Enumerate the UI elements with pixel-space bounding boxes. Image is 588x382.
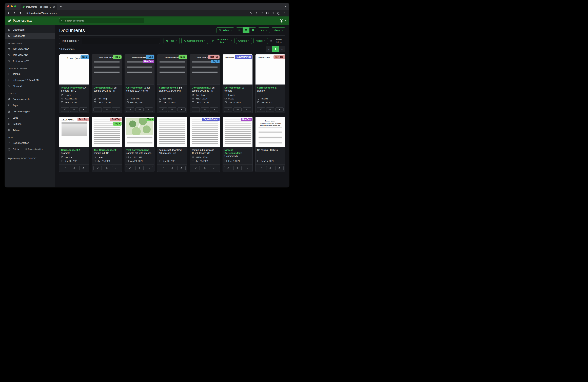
sidebar-item-document-types[interactable]: Document types	[5, 108, 55, 115]
edit-button[interactable]	[192, 107, 200, 112]
correspondent-link[interactable]: Correspondent 2	[94, 86, 112, 89]
side-panel-icon[interactable]	[272, 12, 274, 15]
document-thumbnail[interactable]: A Simple PDF File TagWithPartial	[223, 54, 252, 85]
view-button[interactable]	[135, 107, 144, 112]
view-button[interactable]	[201, 166, 209, 170]
bookmark-star-icon[interactable]	[255, 12, 258, 15]
correspondent-link[interactable]: Correspondent 2	[61, 149, 80, 151]
detail-view-button[interactable]	[250, 27, 256, 33]
browser-tab[interactable]: Documents - Paperless-ngx	[21, 4, 57, 10]
document-card[interactable]: Adobe Acrobat PDF Files Tag 2NewOne Corr…	[125, 54, 154, 113]
sidebar-item-correspondents[interactable]: Correspondents	[5, 96, 55, 102]
correspondent-link[interactable]: Correspondent 2	[257, 86, 276, 89]
edit-button[interactable]	[192, 166, 200, 170]
download-button[interactable]	[210, 107, 218, 112]
sidebar-item-documents[interactable]: Documents	[5, 33, 55, 39]
reset-filters-button[interactable]: Reset filters	[270, 38, 285, 43]
document-thumbnail[interactable]: Lorem Ipsum Tag 2	[59, 54, 89, 85]
document-thumbnail[interactable]	[157, 117, 187, 147]
document-card[interactable]: Tag 3 Test Correspondent: sample-pdf-wit…	[125, 117, 154, 172]
tag-badge-tag-3[interactable]: Tag 3	[113, 55, 122, 59]
minimize-window-button[interactable]	[11, 5, 13, 7]
correspondent-link[interactable]: Newest Correspondent	[224, 149, 241, 154]
edit-button[interactable]	[93, 166, 102, 170]
sidebar-item-pdf-sample-10-24-48-pm[interactable]: pdf-sample 10.24.48 PM	[5, 77, 55, 83]
document-thumbnail[interactable]: A Simple PDF File Test Tag	[255, 54, 285, 85]
edit-button[interactable]	[159, 166, 167, 170]
document-card[interactable]: A Simple PDF File Test Tag Correspondent…	[59, 117, 89, 172]
views-button[interactable]: Views	[272, 27, 285, 33]
tag-badge-newone[interactable]: NewOne	[143, 60, 154, 63]
edit-button[interactable]	[159, 107, 167, 112]
document-thumbnail[interactable]: Lorem ipsumLorem ipsum dolor sit amet, c…	[255, 117, 285, 147]
grid-view-button[interactable]	[243, 27, 250, 33]
download-button[interactable]	[275, 166, 284, 170]
document-thumbnail[interactable]: Adobe Acrobat PDF Files Test TagTag 2	[190, 54, 220, 85]
download-button[interactable]	[243, 166, 251, 170]
download-button[interactable]	[145, 166, 153, 170]
sidebar-item-tags[interactable]: Tags	[5, 102, 55, 108]
correspondent-link[interactable]: Correspondent 2	[224, 86, 243, 89]
download-button[interactable]	[112, 166, 120, 170]
document-thumbnail[interactable]: Adobe Acrobat PDF Files Tag 3	[157, 54, 187, 85]
correspondent-link[interactable]: Correspondent 2	[126, 86, 145, 89]
user-menu[interactable]	[279, 19, 286, 23]
view-button[interactable]	[233, 107, 242, 112]
download-button[interactable]	[79, 107, 87, 112]
view-button[interactable]	[233, 166, 242, 170]
download-button[interactable]	[79, 166, 87, 170]
document-card[interactable]: Adobe Acrobat PDF Files Tag 3 Correspond…	[157, 54, 187, 113]
sidebar-item-close-all[interactable]: Close all	[5, 83, 55, 89]
document-card[interactable]: A Simple PDF File TagWithPartial Corresp…	[223, 54, 252, 113]
download-button[interactable]	[210, 166, 218, 170]
document-card[interactable]: NewOne Newest Correspondent: f_combineds…	[223, 117, 252, 172]
download-button[interactable]	[275, 107, 284, 112]
document-thumbnail[interactable]: Test TagTag 3	[92, 117, 122, 147]
search-input[interactable]	[65, 20, 142, 22]
select-button[interactable]: Select	[216, 27, 234, 33]
tag-badge-tag-3[interactable]: Tag 3	[113, 122, 122, 125]
sidebar-item-documentation[interactable]: Documentation	[5, 140, 55, 146]
view-button[interactable]	[135, 166, 144, 170]
view-button[interactable]	[266, 107, 274, 112]
global-search[interactable]	[59, 18, 144, 23]
sidebar-item-dashboard[interactable]: Dashboard	[5, 26, 55, 33]
view-button[interactable]	[168, 166, 176, 170]
next-page-button[interactable]: »	[279, 46, 285, 52]
site-info-icon[interactable]	[25, 12, 28, 14]
tag-badge-newone[interactable]: NewOne	[241, 118, 252, 121]
view-button[interactable]	[70, 166, 78, 170]
zoom-window-button[interactable]	[14, 5, 16, 7]
document-thumbnail[interactable]: A Simple PDF File Test Tag	[59, 117, 89, 147]
edit-button[interactable]	[126, 166, 134, 170]
download-button[interactable]	[177, 166, 186, 170]
edit-button[interactable]	[257, 166, 265, 170]
sidebar-item-test-view-and[interactable]: Test View AND	[5, 45, 55, 52]
tag-badge-tag-3[interactable]: Tag 3	[179, 55, 187, 59]
tag-badge-tag-2[interactable]: Tag 2	[81, 55, 89, 59]
document-thumbnail[interactable]: Adobe Acrobat PDF Files Tag 3	[92, 54, 122, 85]
sidebar-item-test-view-any[interactable]: Test View ANY	[5, 52, 55, 58]
edit-button[interactable]	[257, 107, 265, 112]
tag-badge-test-tag[interactable]: Test Tag	[273, 55, 285, 59]
profile-avatar-icon[interactable]	[277, 12, 280, 15]
reload-button[interactable]	[17, 11, 22, 16]
suggest-idea-link[interactable]: Suggest an idea	[25, 148, 43, 150]
document-thumbnail[interactable]: Tag 3	[125, 117, 154, 147]
download-button[interactable]	[177, 107, 186, 112]
document-thumbnail[interactable]: NewOne	[223, 117, 252, 147]
filter-document-type-button[interactable]: Document type	[210, 38, 234, 44]
correspondent-link[interactable]: Test Correspondent	[61, 86, 83, 89]
extensions-puzzle-icon[interactable]	[266, 12, 269, 15]
sidebar-item-sample[interactable]: sample	[5, 71, 55, 77]
filter-text-input[interactable]	[82, 38, 160, 44]
correspondent-link[interactable]: Correspondent 2	[192, 86, 211, 89]
app-brand[interactable]: Paperless-ngx	[8, 19, 32, 22]
document-card[interactable]: TagWithPartial sample-pdf-download-10-mb…	[190, 117, 220, 172]
tag-badge-tag-2[interactable]: Tag 2	[146, 55, 154, 59]
document-thumbnail[interactable]: TagWithPartial	[190, 117, 220, 147]
tag-badge-tagwithpartial[interactable]: TagWithPartial	[202, 118, 220, 121]
document-card[interactable]: Lorem Ipsum Tag 2 Test Correspondent: A …	[59, 54, 89, 113]
document-card[interactable]: sample-pdf-download-10-mb copy_red Jan 2…	[157, 117, 187, 172]
tag-badge-tagwithpartial[interactable]: TagWithPartial	[235, 55, 252, 59]
